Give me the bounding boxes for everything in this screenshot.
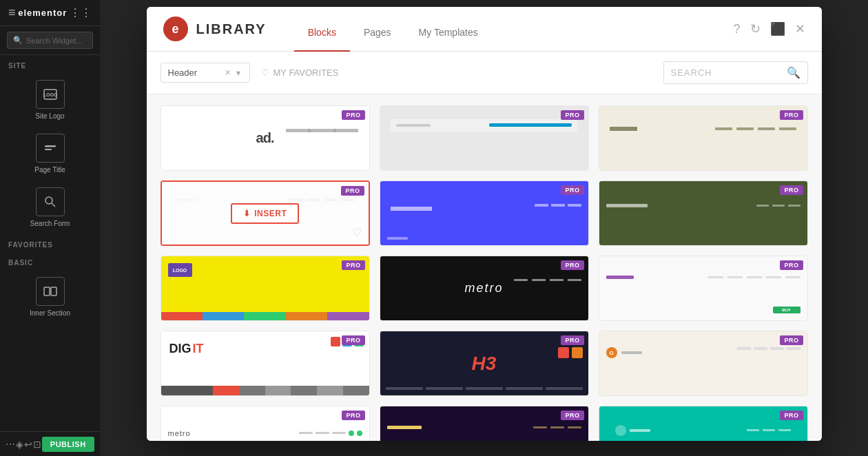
modal-title: LIBRARY [196, 21, 267, 37]
logo-icon: LOGO [36, 80, 65, 109]
pro-badge: PRO [780, 110, 803, 120]
pro-badge: PRO [561, 110, 583, 120]
template-card[interactable]: PRO [380, 105, 589, 171]
template-search-box[interactable]: 🔍 [663, 61, 808, 84]
heart-icon: ♡ [261, 68, 269, 78]
my-favorites-button[interactable]: ♡ MY FAVORITES [261, 68, 339, 78]
elementor-logo: elementor [16, 8, 70, 18]
dropdown-clear-icon[interactable]: ✕ [225, 68, 231, 77]
insert-button[interactable]: ⬇ INSERT [231, 203, 300, 224]
page-title-label: Page Title [34, 166, 65, 174]
bookmark-icon[interactable]: ⬛ [770, 21, 785, 37]
template-card[interactable]: G PRO [599, 331, 808, 396]
search-form-label: Search Form [30, 220, 70, 227]
tab-my-templates[interactable]: My Templates [405, 27, 492, 52]
pro-badge: PRO [780, 185, 803, 195]
my-favorites-label: MY FAVORITES [273, 68, 339, 78]
template-card[interactable]: ⬇ INSERT ♡ PRO [161, 180, 370, 246]
left-panel: ≡ elementor ⋮⋮ 🔍 Search Widget... SITE L… [0, 0, 100, 456]
svg-rect-2 [45, 145, 56, 147]
pro-badge: PRO [780, 335, 803, 345]
main-area: e LIBRARY Blocks Pages My Templates ? [100, 0, 868, 456]
svg-line-5 [52, 203, 55, 207]
pro-badge: PRO [342, 110, 364, 120]
pro-badge: PRO [561, 185, 583, 195]
template-card[interactable]: PRO [599, 406, 808, 441]
svg-text:LOGO: LOGO [43, 92, 57, 97]
svg-rect-6 [44, 287, 50, 296]
template-card[interactable]: DIG IT [161, 331, 370, 396]
sidebar-item-page-title[interactable]: Page Title [0, 127, 100, 180]
modal-tabs: Blocks Pages My Templates [294, 7, 734, 51]
template-card[interactable]: PRO [380, 406, 589, 441]
sidebar-item-site-logo[interactable]: LOGO Site Logo [0, 73, 100, 127]
search-widget-placeholder: Search Widget... [26, 37, 82, 45]
section-label-favorites: FAVORITES [0, 234, 100, 252]
modal-header-actions: ? ↻ ⬛ ✕ [733, 21, 805, 37]
search-widget-icon: 🔍 [13, 36, 23, 45]
template-card[interactable]: metro PRO [380, 256, 589, 321]
help-icon[interactable]: ? [733, 22, 740, 37]
modal-header: e LIBRARY Blocks Pages My Templates ? [147, 7, 822, 52]
section-label-basic: BASIC [0, 252, 100, 270]
inner-section-icon [36, 277, 65, 306]
inner-section-label: Inner Section [30, 309, 70, 317]
pro-badge: PRO [341, 186, 364, 196]
modal-overlay: e LIBRARY Blocks Pages My Templates ? [100, 0, 868, 456]
bottom-icon-3[interactable]: ↩ [24, 439, 32, 450]
template-grid: ad. PRO [147, 94, 822, 441]
template-search-input[interactable] [671, 68, 781, 78]
modal-content: Header ✕ ▼ ♡ MY FAVORITES 🔍 [147, 52, 822, 441]
category-dropdown[interactable]: Header ✕ ▼ [161, 63, 250, 83]
template-card[interactable]: PRO [599, 105, 808, 171]
template-card[interactable]: PRO [380, 180, 589, 246]
template-card[interactable]: metro PRO [161, 406, 370, 441]
search-widget-input[interactable]: 🔍 Search Widget... [7, 32, 93, 49]
pro-badge: PRO [561, 411, 583, 420]
close-icon[interactable]: ✕ [795, 21, 805, 37]
bottom-icon-1[interactable]: ⋯ [6, 439, 15, 450]
pro-badge: PRO [561, 335, 583, 345]
insert-icon: ⬇ [243, 209, 251, 218]
template-card[interactable]: BUY PRO [599, 256, 808, 321]
publish-button[interactable]: PUBLISH [42, 437, 94, 452]
template-card[interactable]: LOGO PRO [161, 256, 370, 321]
template-card[interactable]: H3 [380, 331, 589, 396]
title-icon [36, 134, 65, 163]
refresh-icon[interactable]: ↻ [750, 21, 761, 37]
template-card[interactable]: PRO [599, 180, 808, 246]
tab-pages[interactable]: Pages [350, 27, 405, 52]
apps-grid-icon[interactable]: ⋮⋮ [70, 6, 92, 19]
hamburger-icon[interactable]: ≡ [8, 6, 16, 20]
svg-point-4 [45, 197, 52, 204]
heart-favorite-icon[interactable]: ♡ [352, 226, 362, 239]
search-icon: 🔍 [787, 66, 800, 79]
bottom-bar: ⋯ ◈ ↩ ⊡ PUBLISH [0, 431, 100, 456]
section-label-site: SITE [0, 55, 100, 73]
filter-bar: Header ✕ ▼ ♡ MY FAVORITES 🔍 [147, 52, 822, 94]
pro-badge: PRO [342, 260, 364, 270]
pro-badge: PRO [342, 411, 364, 420]
pro-badge: PRO [342, 335, 364, 345]
svg-rect-3 [45, 149, 52, 150]
svg-rect-7 [51, 287, 56, 296]
bottom-icon-2[interactable]: ◈ [16, 439, 23, 450]
pro-badge: PRO [780, 411, 803, 420]
modal-logo: e [163, 17, 188, 41]
library-modal: e LIBRARY Blocks Pages My Templates ? [147, 7, 822, 441]
panel-header: ≡ elementor ⋮⋮ [0, 0, 100, 26]
search-form-icon [36, 187, 65, 216]
tab-blocks[interactable]: Blocks [294, 27, 350, 52]
insert-overlay: ⬇ INSERT [162, 182, 369, 245]
template-card[interactable]: ad. PRO [161, 105, 370, 171]
sidebar-item-inner-section[interactable]: Inner Section [0, 270, 100, 324]
pro-badge: PRO [780, 260, 803, 270]
search-widget-wrapper: 🔍 Search Widget... [0, 26, 100, 55]
sidebar-item-search-form[interactable]: Search Form [0, 180, 100, 234]
site-logo-label: Site Logo [35, 112, 64, 120]
bottom-icon-4[interactable]: ⊡ [33, 439, 41, 450]
category-dropdown-value: Header [168, 68, 220, 78]
pro-badge: PRO [561, 260, 583, 270]
chevron-down-icon: ▼ [235, 69, 242, 77]
